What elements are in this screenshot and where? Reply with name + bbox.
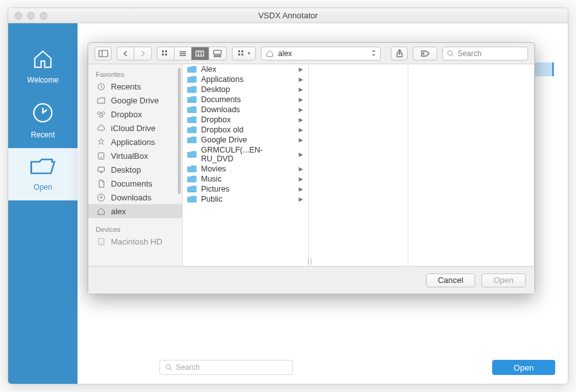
recents-icon	[96, 81, 106, 91]
column-item[interactable]: Pictures ▶	[183, 184, 308, 194]
open-main-button[interactable]: Open	[492, 360, 555, 375]
column-item[interactable]: Dropbox ▶	[183, 115, 308, 125]
sidebar-item-downloads[interactable]: Downloads	[88, 190, 182, 204]
leftbar-label: Welcome	[27, 76, 59, 84]
sidebar-item-label: Applications	[111, 137, 155, 147]
svg-rect-14	[238, 54, 240, 55]
path-dropdown[interactable]: alex	[261, 47, 381, 61]
column-item[interactable]: Documents ▶	[183, 95, 308, 105]
column-item[interactable]: GRMCULF(...EN-RU_DVD ▶	[183, 145, 308, 164]
svg-rect-9	[214, 55, 216, 57]
column-item[interactable]: Movies ▶	[183, 164, 308, 174]
group-by-button[interactable]: ▾	[232, 47, 256, 61]
bottombar: Search Open	[159, 360, 555, 375]
leftbar-item-welcome[interactable]: Welcome	[8, 41, 78, 93]
folder-icon	[187, 150, 197, 159]
column-item[interactable]: Downloads ▶	[183, 105, 308, 115]
chevron-right-icon: ▶	[299, 196, 303, 202]
folder-icon	[187, 95, 197, 104]
favorites-header: Favorites	[88, 68, 182, 79]
leftbar-item-open[interactable]: Open	[8, 148, 78, 200]
icon-view-button[interactable]	[158, 47, 175, 61]
sidebar-item-desktop[interactable]: Desktop	[88, 163, 182, 176]
folder-icon	[187, 135, 197, 144]
folder-icon	[187, 125, 197, 134]
folder-icon	[187, 75, 197, 84]
chevron-right-icon: ▶	[299, 151, 303, 158]
back-button[interactable]	[117, 47, 134, 61]
minimize-dot[interactable]	[27, 12, 35, 20]
column-view-button[interactable]	[192, 47, 209, 61]
svg-rect-22	[98, 167, 104, 171]
apps-icon	[96, 137, 106, 147]
sidebar-item-dropbox[interactable]: Dropbox	[88, 107, 182, 121]
window-title: VSDX Annotator	[258, 11, 318, 20]
close-dot[interactable]	[14, 12, 22, 20]
gallery-view-button[interactable]	[209, 47, 226, 61]
column-item[interactable]: Desktop ▶	[183, 84, 308, 95]
column-item-label: Music	[201, 175, 222, 183]
sidebar-item-label: Recents	[111, 82, 141, 91]
sidebar-item-applications[interactable]: Applications	[88, 135, 182, 149]
column-resize-handle[interactable]: ||	[308, 258, 313, 265]
sidebar-item-icloud drive[interactable]: iCloud Drive	[88, 121, 182, 135]
chevron-down-icon: ▾	[248, 50, 250, 56]
sidebar-item-virtualbox[interactable]: VirtualBox	[88, 149, 182, 163]
forward-button[interactable]	[134, 47, 151, 61]
folder-icon	[187, 175, 197, 183]
svg-rect-13	[241, 50, 243, 52]
view-mode-buttons	[157, 47, 226, 61]
svg-rect-4	[165, 50, 167, 52]
chevron-right-icon: ▶	[299, 176, 303, 182]
clock-icon	[31, 101, 55, 127]
column-item-label: Pictures	[201, 185, 229, 193]
column-item-label: Documents	[201, 95, 241, 104]
sidebar-item-documents[interactable]: Documents	[88, 176, 182, 190]
chevron-right-icon: ▶	[299, 96, 303, 103]
svg-point-25	[100, 243, 101, 243]
desktop-icon	[96, 164, 106, 175]
sidebar-item-macintosh hd[interactable]: Macintosh HD	[88, 234, 182, 248]
sidebar-item-label: Dropbox	[111, 110, 142, 119]
dropbox-icon	[96, 109, 106, 119]
sidebar-item-alex[interactable]: alex	[88, 204, 182, 218]
svg-rect-12	[238, 50, 240, 52]
cancel-button[interactable]: Cancel	[426, 274, 475, 287]
chevron-right-icon: ▶	[299, 166, 303, 172]
downloads-icon	[96, 192, 106, 202]
sidebar-item-label: iCloud Drive	[111, 124, 156, 133]
share-button[interactable]	[391, 47, 408, 61]
open-button[interactable]: Open	[481, 274, 526, 287]
chevron-right-icon: ▶	[299, 117, 303, 123]
sidebar-item-label: Desktop	[111, 165, 141, 175]
column-item[interactable]: Dropbox old ▶	[183, 125, 308, 135]
svg-rect-2	[99, 50, 108, 57]
folder-icon	[187, 164, 197, 173]
home-outline-icon	[96, 206, 106, 216]
column-item[interactable]: Public ▶	[183, 194, 308, 204]
disk-icon	[96, 151, 106, 161]
list-view-button[interactable]	[175, 47, 192, 61]
column-item[interactable]: Alex ▶	[183, 64, 308, 74]
svg-rect-5	[162, 54, 164, 55]
column-item[interactable]: Google Drive ▶	[183, 135, 308, 145]
main-search-input[interactable]: Search	[159, 360, 293, 375]
folder-icon	[187, 105, 197, 114]
folder-icon	[96, 95, 106, 105]
sidebar-item-google drive[interactable]: Google Drive	[88, 93, 182, 107]
column-item[interactable]: Applications ▶	[183, 74, 308, 84]
folder-icon	[187, 115, 197, 124]
leftbar: Welcome Recent Open	[8, 23, 78, 384]
svg-point-17	[423, 53, 424, 54]
sidebar-item-recents[interactable]: Recents	[88, 79, 182, 93]
tags-button[interactable]	[413, 47, 437, 61]
chevron-right-icon: ▶	[299, 186, 303, 192]
sidebar-toggle-button[interactable]	[95, 47, 112, 61]
sidebar-item-label: Macintosh HD	[111, 237, 163, 246]
zoom-dot[interactable]	[40, 12, 47, 20]
column-item[interactable]: Music ▶	[183, 174, 308, 184]
leftbar-item-recent[interactable]: Recent	[8, 93, 78, 148]
devices-header: Devices	[88, 223, 182, 234]
sidebar-scrollbar[interactable]	[178, 68, 181, 194]
dialog-search-input[interactable]: Search	[442, 47, 528, 61]
